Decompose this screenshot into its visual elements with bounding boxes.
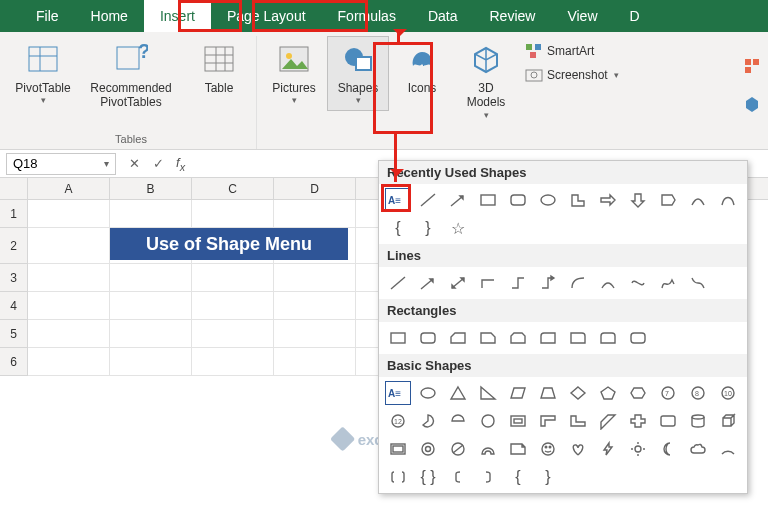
basic-arc[interactable] [715,437,741,461]
cell[interactable] [110,264,192,292]
basic-double-bracket[interactable] [385,465,411,489]
basic-triangle[interactable] [445,381,471,405]
tab-review[interactable]: Review [474,0,552,32]
cell[interactable] [28,264,110,292]
cell[interactable] [28,348,110,376]
shape-right-arrow[interactable] [595,188,621,212]
basic-frame[interactable] [505,409,531,433]
tab-formulas[interactable]: Formulas [322,0,412,32]
table-button[interactable]: Table [188,36,250,100]
basic-smiley[interactable] [535,437,561,461]
row-head-5[interactable]: 5 [0,320,28,348]
basic-right-bracket[interactable] [475,465,501,489]
cell[interactable] [192,200,274,228]
basic-pie[interactable] [415,409,441,433]
cell[interactable] [28,228,110,264]
rect-8[interactable] [595,326,621,350]
col-head-a[interactable]: A [28,178,110,199]
basic-l-shape[interactable] [565,409,591,433]
fx-icon[interactable]: fx [176,155,185,173]
col-head-b[interactable]: B [110,178,192,199]
shape-line-1[interactable] [385,271,411,295]
3d-models-button[interactable]: 3D Models [455,36,517,126]
name-box[interactable]: Q18 ▾ [6,153,116,175]
basic-half-frame[interactable] [535,409,561,433]
basic-sun[interactable] [625,437,651,461]
basic-double-brace[interactable]: { } [415,465,441,489]
tab-data[interactable]: Data [412,0,474,32]
pictures-button[interactable]: Pictures [263,36,325,111]
cell[interactable] [274,348,356,376]
basic-teardrop[interactable] [475,409,501,433]
basic-text-box[interactable]: A≡ [385,381,411,405]
col-head-d[interactable]: D [274,178,356,199]
basic-parallelogram[interactable] [505,381,531,405]
shape-line-arrow[interactable] [445,188,471,212]
shape-star[interactable]: ☆ [445,216,471,240]
shape-curve-1[interactable] [565,271,591,295]
shape-rectangle[interactable] [475,188,501,212]
basic-bevel[interactable] [385,437,411,461]
row-head-4[interactable]: 4 [0,292,28,320]
shape-scribble-1[interactable] [655,271,681,295]
rect-3[interactable] [445,326,471,350]
row-head-2[interactable]: 2 [0,228,28,264]
shape-freeform[interactable] [715,188,741,212]
tab-home[interactable]: Home [75,0,144,32]
basic-cube[interactable] [715,409,741,433]
cell[interactable] [192,348,274,376]
basic-right-brace[interactable]: } [535,465,561,489]
shape-line-2[interactable] [415,271,441,295]
cell[interactable] [110,348,192,376]
rect-5[interactable] [505,326,531,350]
basic-left-brace[interactable]: { [505,465,531,489]
addin-icon-1[interactable] [742,56,762,76]
basic-hexagon[interactable] [625,381,651,405]
addin-icon-2[interactable] [742,94,762,114]
basic-dodecagon[interactable]: 12 [385,409,411,433]
cell[interactable] [192,292,274,320]
shape-elbow-3[interactable] [535,271,561,295]
cell[interactable] [274,200,356,228]
shape-down-arrow[interactable] [625,188,651,212]
tab-page-layout[interactable]: Page Layout [211,0,322,32]
cell[interactable] [274,264,356,292]
smartart-button[interactable]: SmartArt [521,40,623,62]
screenshot-button[interactable]: Screenshot ▾ [521,64,623,86]
enter-formula-icon[interactable]: ✓ [146,156,170,171]
cell[interactable] [28,200,110,228]
tab-file[interactable]: File [20,0,75,32]
row-head-1[interactable]: 1 [0,200,28,228]
shape-curve-3[interactable] [625,271,651,295]
shape-curved-connector[interactable] [685,188,711,212]
recommended-pivottables-button[interactable]: ? Recommended PivotTables [76,36,186,115]
basic-diag-stripe[interactable] [595,409,621,433]
shape-line-3[interactable] [445,271,471,295]
basic-trapezoid[interactable] [535,381,561,405]
basic-cloud[interactable] [685,437,711,461]
tab-view[interactable]: View [551,0,613,32]
basic-donut[interactable] [415,437,441,461]
cell[interactable] [192,320,274,348]
basic-cross[interactable] [625,409,651,433]
row-head-3[interactable]: 3 [0,264,28,292]
shapes-button[interactable]: Shapes [327,36,389,111]
cell[interactable] [192,264,274,292]
cell[interactable] [28,292,110,320]
col-head-c[interactable]: C [192,178,274,199]
rect-2[interactable] [415,326,441,350]
shape-rounded-rect[interactable] [505,188,531,212]
basic-plaque[interactable] [655,409,681,433]
shape-text-box[interactable]: A≡ [385,188,411,212]
rect-7[interactable] [565,326,591,350]
shape-oval[interactable] [535,188,561,212]
cell[interactable] [274,320,356,348]
basic-decagon[interactable]: 10 [715,381,741,405]
basic-no-symbol[interactable] [445,437,471,461]
shape-pentagon[interactable] [655,188,681,212]
basic-pentagon[interactable] [595,381,621,405]
cancel-formula-icon[interactable]: ✕ [122,156,146,171]
shape-elbow-2[interactable] [505,271,531,295]
shape-scribble-2[interactable] [685,271,711,295]
basic-heart[interactable] [565,437,591,461]
